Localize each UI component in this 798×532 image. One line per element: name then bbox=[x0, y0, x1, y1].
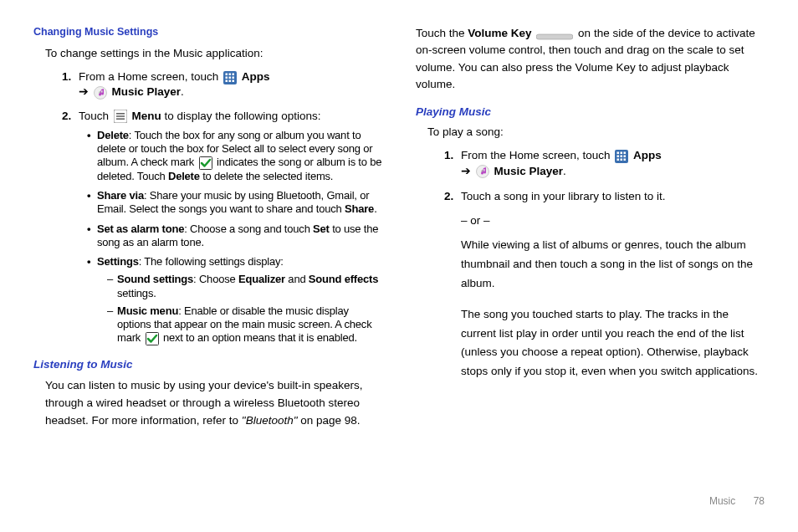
step-text-b: While viewing a list of albums or genres… bbox=[461, 236, 765, 294]
listening-paragraph: You can listen to music by using your de… bbox=[45, 377, 382, 430]
apps-icon bbox=[223, 71, 237, 84]
menu-label: Menu bbox=[132, 110, 161, 122]
checkmark-icon bbox=[146, 332, 159, 345]
bullet-share: Share via: Share your music by using Blu… bbox=[87, 189, 382, 217]
music-player-icon bbox=[94, 86, 107, 100]
dash-sound-settings: Sound settings: Choose Equalizer and Sou… bbox=[107, 273, 382, 300]
apps-icon bbox=[615, 150, 628, 163]
arrow-icon: ➔ bbox=[79, 84, 89, 100]
step-2: 2. Touch Menu to display the following o… bbox=[62, 109, 382, 345]
intro-text: To change settings in the Music applicat… bbox=[45, 46, 382, 61]
music-player-label: Music Player bbox=[112, 85, 182, 98]
heading-playing-music: Playing Music bbox=[416, 105, 765, 120]
page-footer: Music 78 bbox=[709, 495, 765, 507]
volume-key-icon bbox=[536, 29, 573, 38]
step-text-a: Touch a song in your library to listen t… bbox=[461, 187, 765, 207]
right-column: Touch the Volume Key on the side of the … bbox=[416, 25, 765, 485]
dash-music-menu: Music menu: Enable or disable the music … bbox=[107, 304, 382, 345]
heading-listening-to-music: Listening to Music bbox=[33, 357, 382, 372]
footer-section: Music bbox=[709, 495, 735, 507]
menu-icon bbox=[114, 110, 127, 123]
or-divider: – or – bbox=[461, 212, 765, 231]
music-player-label: Music Player bbox=[494, 165, 564, 177]
bullet-settings: Settings: The following settings display… bbox=[87, 255, 382, 345]
left-column: Changing Music Settings To change settin… bbox=[33, 25, 382, 485]
music-player-icon bbox=[476, 165, 489, 178]
bullet-delete: Delete: Touch the box for any song or al… bbox=[87, 129, 382, 183]
step-2: 2. Touch a song in your library to liste… bbox=[444, 187, 765, 381]
volume-paragraph: Touch the Volume Key on the side of the … bbox=[416, 25, 765, 93]
step-text-c: The song you touched starts to play. The… bbox=[461, 305, 765, 382]
step-1: 1. From a Home screen, touch Apps ➔ Musi… bbox=[62, 69, 382, 100]
heading-changing-music-settings: Changing Music Settings bbox=[33, 25, 382, 39]
step-text: From the Home screen, touch bbox=[461, 149, 613, 161]
intro-text: To play a song: bbox=[427, 125, 765, 140]
checkmark-icon bbox=[199, 156, 212, 170]
step-text: From a Home screen, touch bbox=[79, 70, 222, 83]
apps-label: Apps bbox=[633, 149, 662, 161]
arrow-icon: ➔ bbox=[461, 164, 471, 179]
bullet-alarm: Set as alarm tone: Choose a song and tou… bbox=[87, 223, 382, 250]
step-text: Touch bbox=[79, 110, 112, 122]
page-number: 78 bbox=[754, 495, 765, 507]
apps-label: Apps bbox=[242, 70, 270, 83]
step-1: 1. From the Home screen, touch Apps ➔ Mu… bbox=[444, 148, 765, 178]
